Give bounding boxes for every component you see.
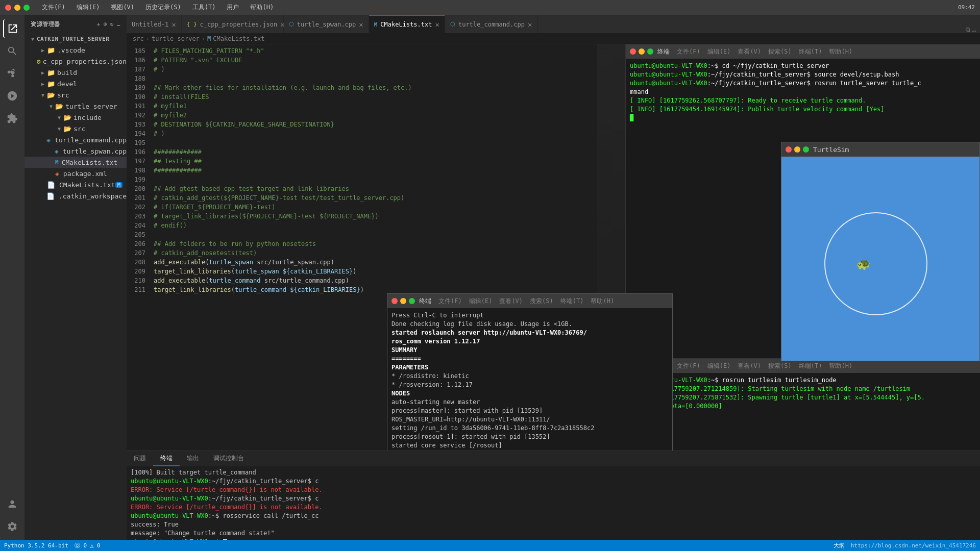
refresh-icon[interactable]: ↻ [110,21,114,28]
terminal-bottom: 终端 文件(F) 编辑(E) 查看(V) 搜索(S) 终端(T) 帮助(H) u… [626,359,980,450]
middle-term-menu-edit[interactable]: 编辑(E) [469,297,493,306]
activity-search[interactable] [3,42,21,60]
panel-tab-terminal[interactable]: 终端 [153,451,180,466]
panel-tab-output[interactable]: 输出 [180,451,206,466]
tree-item-turtle-spwan-cpp[interactable]: ◈ turtle_spwan.cpp [24,145,127,157]
activity-settings[interactable] [3,517,21,536]
tree-label-turtle-command-cpp: turtle_command.cpp [55,136,127,144]
tree-item-src-sub[interactable]: ▼ 📂 src [24,123,127,134]
status-errors[interactable]: ⓪ 0 △ 0 [75,542,101,549]
mid-term-line-17: process[master]: started with pid [13539… [391,407,668,415]
menu-user[interactable]: 用户 [224,2,242,13]
more-icon[interactable]: … [117,21,120,28]
tab-turtle-spwan[interactable]: ⬡ turtle_spwan.cpp ✕ [284,15,369,33]
term-bot-line-1: ubuntu@ubuntu-VLT-WX0:~$ rosrun turtlesi… [630,376,976,385]
turtlesim-close[interactable] [786,146,792,153]
tree-item-devel[interactable]: ▶ 📁 devel [24,78,127,89]
middle-term-min[interactable] [400,298,406,304]
tree-item-catkin-workspace[interactable]: 📄 .catkin_workspace [24,190,127,202]
panel-tab-problems[interactable]: 问题 [127,451,153,466]
terminal-top-menu-file[interactable]: 文件(F) [677,47,700,56]
terminal-top-menu-edit[interactable]: 编辑(E) [707,47,731,56]
terminal-bottom-menu-terminal[interactable]: 终端(T) [799,362,822,370]
tab-turtle-command[interactable]: ⬡ turtle_command.cpp ✕ [445,15,537,33]
activity-extensions[interactable] [3,109,21,128]
tab-cmakelists[interactable]: M CMakeLists.txt ✕ [369,15,445,33]
terminal-bottom-menu-view[interactable]: 查看(V) [738,362,761,370]
terminal-top-menu-help[interactable]: 帮助(H) [829,47,852,56]
activity-explorer[interactable] [3,19,21,38]
new-file-icon[interactable]: + [97,21,101,28]
panel-tab-debug[interactable]: 调试控制台 [206,451,251,466]
terminal-top-menu-terminal[interactable]: 终端(T) [799,47,822,56]
tree-item-cmakelists-root[interactable]: 📄 CMakeLists.txt M [24,179,127,190]
mid-term-line-12: * /rosversion: 1.12.17 [391,381,668,389]
more-actions-icon[interactable]: … [972,26,976,33]
terminal-top-titlebar: 终端 文件(F) 编辑(E) 查看(V) 搜索(S) 终端(T) 帮助(H) [626,44,980,59]
tab-turtle-command-close[interactable]: ✕ [528,20,532,29]
terminal-bottom-menu-search[interactable]: 搜索(S) [768,362,792,370]
tree-item-vscode[interactable]: ▶ 📁 .vscode [24,44,127,56]
middle-term-menu-search[interactable]: 搜索(S) [530,297,553,306]
tab-turtle-spwan-close[interactable]: ✕ [359,20,363,29]
tree-item-cmakelists[interactable]: M CMakeLists.txt [24,157,127,168]
tree-item-package-xml[interactable]: ◈ package.xml [24,168,127,179]
breadcrumb-sep2: › [202,35,205,42]
minimize-button[interactable] [14,5,20,11]
tree-item-include[interactable]: ▼ 📂 include [24,112,127,123]
status-outline[interactable]: 大纲 [834,542,845,549]
middle-term-menu-help[interactable]: 帮助(H) [591,297,614,306]
activity-user[interactable] [3,495,21,513]
menu-edit[interactable]: 编辑(E) [74,2,103,13]
middle-term-menu-terminal[interactable]: 终端(T) [560,297,584,306]
close-button[interactable] [5,5,11,11]
editor-right-container: Untitled-1 ✕ { } c_cpp_properties.json ✕… [127,15,980,540]
panel-line-5: ERROR: Service [/turtle_command{}] is no… [131,503,976,512]
tree-item-turtle-command-cpp[interactable]: ◈ turtle_command.cpp [24,134,127,145]
tree-item-cpp-properties[interactable]: ▶ ⚙ c_cpp_properties.json [24,56,127,67]
activity-bar [0,15,24,540]
code-line-207: # catkin_add_nosetests(test) [150,248,597,258]
menu-view[interactable]: 视图(V) [108,2,137,13]
maximize-button[interactable] [23,5,30,11]
term-top-close[interactable] [630,48,636,55]
menu-history[interactable]: 历史记录(S) [142,2,184,13]
activity-debug[interactable] [3,87,21,105]
menu-help[interactable]: 帮助(H) [247,2,277,13]
breadcrumb-cmakelists: CMakeLists.txt [213,35,264,42]
folder-icon-src: 📂 [47,91,55,99]
middle-term-menu-view[interactable]: 查看(V) [499,297,523,306]
term-top-min[interactable] [639,48,645,55]
menu-tools[interactable]: 工具(T) [189,2,219,13]
middle-term-max[interactable] [409,298,415,304]
new-folder-icon[interactable]: ⊕ [104,21,107,28]
tree-item-build[interactable]: ▶ 📁 build [24,67,127,78]
middle-term-close[interactable] [391,298,398,304]
tree-label-cmakelists-root: CMakeLists.txt [59,181,115,189]
turtlesim-max[interactable] [803,146,809,153]
activity-git[interactable] [3,64,21,83]
terminal-top-menu-view[interactable]: 查看(V) [738,47,761,56]
terminal-bottom-menu-file[interactable]: 文件(F) [677,362,700,370]
tree-item-src[interactable]: ▼ 📂 src [24,89,127,101]
tree-root[interactable]: ▼ CATKIN_TURTLE_SERVER [24,33,127,44]
term-top-max[interactable] [647,48,653,55]
status-python[interactable]: Python 3.5.2 64-bit [4,542,68,549]
sidebar-title: 资源管理器 [31,20,60,28]
tree-item-turtle-server[interactable]: ▼ 📂 turtle_server [24,101,127,112]
tab-untitled-close[interactable]: ✕ [172,20,176,29]
split-editor-icon[interactable]: ⧉ [966,26,970,33]
tab-cpp-properties[interactable]: { } c_cpp_properties.json ✕ [182,15,284,33]
terminal-bottom-content: ubuntu@ubuntu-VLT-WX0:~$ rosrun turtlesi… [626,373,980,450]
tab-cmakelists-close[interactable]: ✕ [435,20,439,29]
terminal-top-menu-search[interactable]: 搜索(S) [768,47,792,56]
turtlesim-min[interactable] [794,146,800,153]
tree-arrow-src-sub: ▼ [55,126,63,132]
middle-term-menu-file[interactable]: 文件(F) [438,297,462,306]
menu-file[interactable]: 文件(F) [39,2,68,13]
terminal-bottom-menu-edit[interactable]: 编辑(E) [707,362,731,370]
tab-untitled[interactable]: Untitled-1 ✕ [127,15,182,33]
turtlesim-win-btns [786,146,809,153]
code-line-201: # catkin_add_gtest(${PROJECT_NAME}-test … [150,193,597,203]
terminal-bottom-menu-help[interactable]: 帮助(H) [829,362,852,370]
